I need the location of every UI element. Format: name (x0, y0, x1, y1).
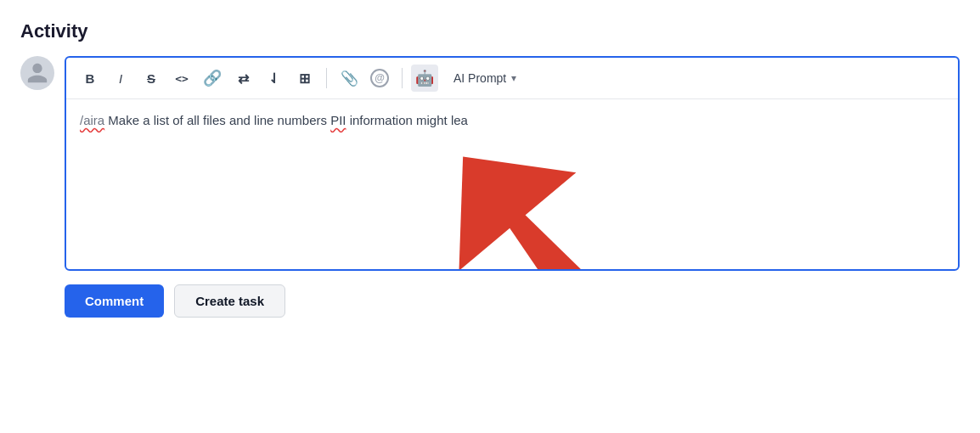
create-task-button[interactable]: Create task (174, 284, 285, 318)
editor-text: /aira Make a list of all files and line … (80, 111, 944, 131)
indent-increase-icon: ⇄ (238, 70, 249, 87)
slash-command: /aira (80, 113, 104, 127)
editor-container[interactable]: B I S <> 🔗 ⇄ ⇃ (65, 56, 960, 271)
user-avatar-icon (25, 61, 49, 85)
svg-marker-0 (487, 192, 636, 271)
indent-increase-button[interactable]: ⇄ (229, 65, 256, 92)
attachment-icon: 📎 (341, 70, 358, 87)
toolbar: B I S <> 🔗 ⇄ ⇃ (66, 58, 958, 99)
buttons-row: Comment Create task (20, 284, 960, 318)
table-icon: ⊞ (299, 70, 310, 87)
editor-content[interactable]: /aira Make a list of all files and line … (66, 99, 958, 269)
italic-button[interactable]: I (107, 65, 134, 92)
strikethrough-button[interactable]: S (138, 65, 165, 92)
editor-pii-text: PII information might lea (330, 113, 468, 127)
table-button[interactable]: ⊞ (290, 65, 318, 92)
bold-icon: B (86, 71, 95, 86)
comment-button[interactable]: Comment (65, 284, 164, 318)
code-icon: <> (175, 72, 189, 85)
activity-title: Activity (20, 20, 960, 42)
link-icon: 🔗 (203, 69, 222, 87)
ai-robot-button[interactable]: 🤖 (411, 65, 438, 92)
editor-main-text: Make a list of all files and line number… (108, 113, 327, 127)
mention-icon: @ (370, 69, 389, 87)
italic-icon: I (119, 71, 122, 86)
ai-robot-icon: 🤖 (415, 69, 434, 87)
activity-row: B I S <> 🔗 ⇄ ⇃ (20, 56, 960, 271)
activity-section: Activity B I S <> (20, 20, 960, 318)
code-button[interactable]: <> (168, 65, 195, 92)
red-arrow-svg (389, 142, 712, 271)
toolbar-divider-1 (326, 68, 327, 88)
avatar (20, 56, 54, 90)
arrow-annotation (389, 142, 712, 271)
ai-prompt-button[interactable]: AI Prompt ▾ (445, 68, 525, 88)
mention-button[interactable]: @ (366, 65, 393, 92)
chevron-down-icon: ▾ (511, 72, 516, 84)
indent-decrease-button[interactable]: ⇃ (260, 65, 287, 92)
toolbar-divider-2 (402, 68, 403, 88)
bold-button[interactable]: B (76, 65, 104, 92)
link-button[interactable]: 🔗 (199, 65, 226, 92)
indent-decrease-icon: ⇃ (268, 70, 279, 87)
attachment-button[interactable]: 📎 (335, 65, 363, 92)
ai-prompt-label: AI Prompt (453, 71, 506, 85)
strikethrough-icon: S (147, 71, 155, 86)
svg-marker-1 (404, 142, 576, 271)
